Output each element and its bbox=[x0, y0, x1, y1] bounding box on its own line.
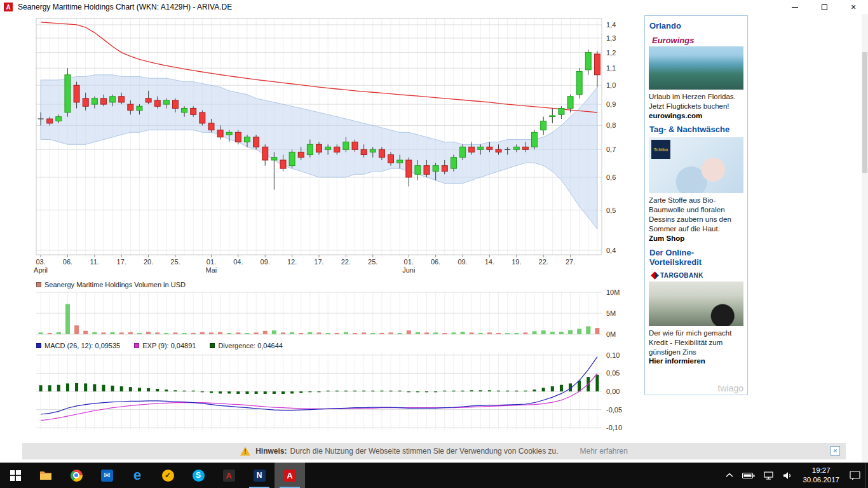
edge-icon bbox=[133, 467, 141, 484]
svg-text:0,05: 0,05 bbox=[606, 369, 620, 377]
taskbar-icon-antivirus[interactable] bbox=[153, 463, 183, 488]
tchibo-caption: Zarte Stoffe aus Bio-Baumwolle und flora… bbox=[649, 196, 743, 234]
folder-icon bbox=[39, 470, 52, 480]
svg-text:0,9: 0,9 bbox=[606, 100, 616, 108]
antivirus-icon bbox=[162, 470, 174, 482]
taskbar-icon-file-explorer[interactable] bbox=[31, 463, 61, 488]
taskbar-icon-skype[interactable] bbox=[183, 463, 214, 488]
taskbar-icon-ariva-active[interactable] bbox=[275, 463, 305, 488]
targobank-link[interactable]: Hier informieren bbox=[649, 356, 743, 367]
action-center-icon bbox=[850, 471, 860, 480]
speaker-icon bbox=[783, 471, 792, 480]
svg-text:06.: 06. bbox=[63, 258, 72, 266]
svg-text:06.: 06. bbox=[431, 258, 440, 266]
tchibo-logo: Tchibo bbox=[651, 140, 670, 159]
tchibo-ad-image[interactable]: Tchibo bbox=[649, 137, 743, 193]
svg-text:17.: 17. bbox=[117, 258, 126, 266]
svg-text:03.: 03. bbox=[36, 258, 45, 266]
eurowings-ad-image[interactable]: Eurowings bbox=[649, 34, 743, 90]
ad-tchibo: Tag- & Nachtwäsche Tchibo Zarte Stoffe a… bbox=[649, 125, 743, 243]
taskbar-icon-app-n[interactable] bbox=[244, 463, 275, 488]
svg-text:09.: 09. bbox=[261, 258, 270, 266]
macd-divergence-swatch bbox=[210, 343, 215, 348]
targobank-logo-strip: TARGOBANK bbox=[649, 270, 743, 281]
chevron-up-icon bbox=[726, 473, 733, 478]
svg-text:-0,10: -0,10 bbox=[606, 424, 622, 431]
svg-text:1,2: 1,2 bbox=[606, 49, 616, 57]
svg-text:04.: 04. bbox=[233, 258, 243, 266]
window-title: Seanergy Maritime Holdings Chart (WKN: A… bbox=[18, 3, 232, 11]
taskbar-icon-mail[interactable] bbox=[92, 463, 122, 488]
macd-line-swatch bbox=[36, 343, 41, 348]
tray-battery[interactable] bbox=[738, 463, 759, 488]
scrollbar-thumb[interactable] bbox=[862, 52, 867, 173]
tray-hidden-icons-chevron[interactable] bbox=[721, 463, 738, 488]
warning-icon bbox=[240, 447, 250, 456]
svg-text:-0,05: -0,05 bbox=[606, 406, 622, 414]
window-titlebar: A Seanergy Maritime Holdings Chart (WKN:… bbox=[0, 0, 868, 14]
ad-sidebar: Orlando Eurowings Urlaub im Herzen Flori… bbox=[644, 15, 748, 395]
tray-volume[interactable] bbox=[778, 463, 797, 488]
ad-eurowings: Orlando Eurowings Urlaub im Herzen Flori… bbox=[649, 21, 743, 121]
app-n-icon bbox=[254, 470, 266, 482]
eurowings-link[interactable]: eurowings.com bbox=[649, 111, 743, 121]
svg-text:0,5: 0,5 bbox=[606, 207, 616, 214]
clock-time: 19:27 bbox=[803, 466, 839, 475]
taskbar-icon-edge[interactable] bbox=[122, 463, 153, 488]
svg-text:19.: 19. bbox=[512, 258, 521, 266]
tchibo-link[interactable]: Zum Shop bbox=[649, 234, 743, 244]
macd-legend: MACD (26, 12): 0,09535 EXP (9): 0,04891 … bbox=[22, 341, 645, 351]
windows-logo-icon bbox=[10, 470, 21, 481]
acrobat-icon bbox=[223, 470, 235, 482]
ad-targobank: Der Online-Vorteilskredit TARGOBANK Der … bbox=[649, 248, 743, 367]
svg-text:17.: 17. bbox=[314, 258, 323, 266]
svg-text:27.: 27. bbox=[566, 258, 575, 266]
svg-text:0,10: 0,10 bbox=[606, 351, 620, 359]
restore-button[interactable] bbox=[810, 0, 839, 14]
taskbar: 19:27 30.06.2017 bbox=[0, 463, 868, 488]
svg-text:22.: 22. bbox=[539, 258, 548, 266]
svg-text:1,0: 1,0 bbox=[606, 81, 616, 89]
action-center-button[interactable] bbox=[845, 463, 865, 488]
start-button[interactable] bbox=[0, 463, 31, 488]
svg-text:14.: 14. bbox=[485, 258, 494, 266]
targobank-logo: TARGOBANK bbox=[660, 272, 703, 279]
ad-header-kredit[interactable]: Der Online-Vorteilskredit bbox=[649, 248, 743, 267]
show-desktop-button[interactable] bbox=[865, 463, 868, 488]
taskbar-icon-acrobat[interactable] bbox=[214, 463, 244, 488]
page-scrollbar[interactable] bbox=[862, 14, 868, 463]
price-chart[interactable]: 1,41,31,21,11,00,90,80,70,60,50,403.Apri… bbox=[22, 16, 645, 280]
tray-network[interactable] bbox=[759, 463, 778, 488]
svg-text:5M: 5M bbox=[606, 309, 616, 317]
skype-icon bbox=[193, 470, 205, 482]
svg-text:01.: 01. bbox=[207, 258, 216, 266]
close-button[interactable]: × bbox=[839, 0, 868, 14]
svg-text:1,1: 1,1 bbox=[606, 64, 616, 72]
volume-legend: Seanergy Maritime Holdings Volumen in US… bbox=[22, 280, 645, 290]
svg-text:11.: 11. bbox=[90, 258, 99, 266]
macd-line-label: MACD (26, 12): 0,09535 bbox=[44, 342, 120, 349]
macd-chart[interactable]: 0,100,050,00-0,05-0,10 bbox=[22, 351, 645, 436]
svg-text:April: April bbox=[34, 266, 48, 274]
macd-divergence-label: Divergence: 0,04644 bbox=[218, 342, 283, 349]
battery-icon bbox=[742, 472, 755, 479]
svg-text:0,00: 0,00 bbox=[606, 388, 620, 395]
minimize-button[interactable] bbox=[780, 0, 810, 14]
volume-legend-swatch bbox=[36, 282, 41, 287]
svg-text:0M: 0M bbox=[606, 330, 616, 338]
cookie-more-link[interactable]: Mehr erfahren bbox=[580, 447, 627, 456]
macd-signal-label: EXP (9): 0,04891 bbox=[142, 342, 196, 349]
ad-header-waesche[interactable]: Tag- & Nachtwäsche bbox=[649, 125, 743, 134]
cookie-close-button[interactable]: × bbox=[831, 446, 840, 456]
targobank-ad-image[interactable]: TARGOBANK bbox=[649, 270, 743, 326]
svg-text:09.: 09. bbox=[458, 258, 467, 266]
svg-text:20.: 20. bbox=[144, 258, 153, 266]
svg-text:Mai: Mai bbox=[206, 266, 217, 274]
volume-chart[interactable]: 10M5M0M bbox=[22, 290, 645, 341]
taskbar-icon-chrome[interactable] bbox=[61, 463, 92, 488]
cookie-notice-text: Durch die Nutzung der Webseite stimmen S… bbox=[290, 447, 558, 456]
targobank-logo-icon bbox=[651, 271, 659, 280]
twiago-logo[interactable]: twiago bbox=[718, 383, 743, 393]
taskbar-clock[interactable]: 19:27 30.06.2017 bbox=[797, 466, 845, 485]
ad-header-orlando[interactable]: Orlando bbox=[649, 21, 743, 30]
